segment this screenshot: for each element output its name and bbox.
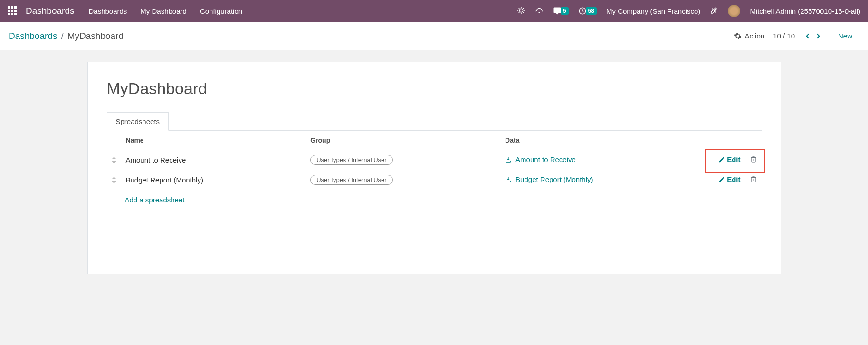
nav-link-dashboards[interactable]: Dashboards [88,7,127,15]
spacer-row [107,229,762,255]
bug-icon[interactable] [517,6,525,16]
table-row[interactable]: Budget Report (Monthly) User types / Int… [107,170,762,190]
cell-name: Amount to Receive [121,150,306,170]
drag-handle[interactable] [107,150,121,170]
sheet-background: MyDashboard Spreadsheets Name Group Data [0,50,868,345]
top-nav: Dashboards Dashboards My Dashboard Confi… [0,0,868,22]
cell-group: User types / Internal User [305,170,500,190]
cell-group: User types / Internal User [305,150,500,170]
cell-name: Budget Report (Monthly) [121,170,306,190]
breadcrumb-root[interactable]: Dashboards [9,31,57,41]
col-trash [745,131,762,150]
data-label: Amount to Receive [515,155,576,163]
cell-data: Amount to Receive [500,150,707,170]
data-download-link[interactable]: Amount to Receive [505,155,576,163]
edit-button[interactable]: Edit [718,175,740,183]
col-data: Data [500,131,707,150]
col-edit [707,131,745,150]
action-label: Action [744,32,764,40]
chevron-left-icon[interactable] [803,32,812,40]
tabs: Spreadsheets [107,112,762,131]
breadcrumb-current: MyDashboard [67,31,124,41]
avatar[interactable] [728,5,740,17]
cell-edit: Edit [707,150,745,170]
nav-right: 5 58 My Company (San Francisco) Mitchell… [517,5,860,17]
messages-badge: 5 [561,7,569,15]
table-row[interactable]: Amount to Receive User types / Internal … [107,150,762,170]
cell-delete [745,150,762,170]
control-panel: Dashboards / MyDashboard Action 10 / 10 … [0,22,868,50]
page-title: MyDashboard [107,79,762,98]
cell-edit: Edit [707,170,745,190]
col-group: Group [305,131,500,150]
group-tag[interactable]: User types / Internal User [310,155,392,165]
download-icon [505,176,512,183]
action-button[interactable]: Action [734,32,764,40]
trash-icon [750,176,757,182]
tab-spreadsheets[interactable]: Spreadsheets [107,112,169,131]
download-icon [505,156,512,163]
activities-badge: 58 [586,7,597,15]
support-icon[interactable] [535,6,544,16]
add-row: Add a spreadsheet [107,190,762,210]
cell-data: Budget Report (Monthly) [500,170,707,190]
user-menu[interactable]: Mitchell Admin (25570010-16-0-all) [750,7,860,15]
nav-links: Dashboards My Dashboard Configuration [88,7,242,15]
pencil-icon [718,176,725,183]
form-sheet: MyDashboard Spreadsheets Name Group Data [87,62,781,274]
new-button[interactable]: New [831,29,859,43]
add-spreadsheet-link[interactable]: Add a spreadsheet [107,190,762,210]
group-tag[interactable]: User types / Internal User [310,175,392,185]
chevron-right-icon[interactable] [814,32,822,40]
edit-label: Edit [727,175,740,183]
delete-button[interactable] [750,176,757,184]
svg-point-1 [539,12,540,13]
apps-icon[interactable] [8,6,17,16]
trash-icon [750,156,757,163]
data-download-link[interactable]: Budget Report (Monthly) [505,175,593,183]
col-handle [107,131,121,150]
app-brand: Dashboards [26,6,74,16]
drag-handle[interactable] [107,170,121,190]
delete-button[interactable] [750,156,757,164]
pencil-icon [718,156,725,163]
tools-icon[interactable] [710,6,718,16]
nav-link-my-dashboard[interactable]: My Dashboard [140,7,187,15]
nav-link-configuration[interactable]: Configuration [200,7,242,15]
spreadsheets-table: Name Group Data Amount to Receive User t… [107,131,762,255]
messages-button[interactable]: 5 [553,7,569,15]
company-selector[interactable]: My Company (San Francisco) [606,7,700,15]
svg-point-0 [519,9,523,12]
spacer-row [107,210,762,229]
edit-button[interactable]: Edit [718,155,740,163]
data-label: Budget Report (Monthly) [515,175,593,183]
breadcrumb: Dashboards / MyDashboard [9,31,124,41]
breadcrumb-separator: / [61,31,63,41]
edit-label: Edit [727,155,740,163]
cell-delete [745,170,762,190]
gear-icon [734,32,742,40]
pager[interactable]: 10 / 10 [773,32,795,40]
col-name: Name [121,131,306,150]
pager-nav [803,32,822,40]
activities-button[interactable]: 58 [578,7,597,15]
control-panel-right: Action 10 / 10 New [734,29,859,43]
